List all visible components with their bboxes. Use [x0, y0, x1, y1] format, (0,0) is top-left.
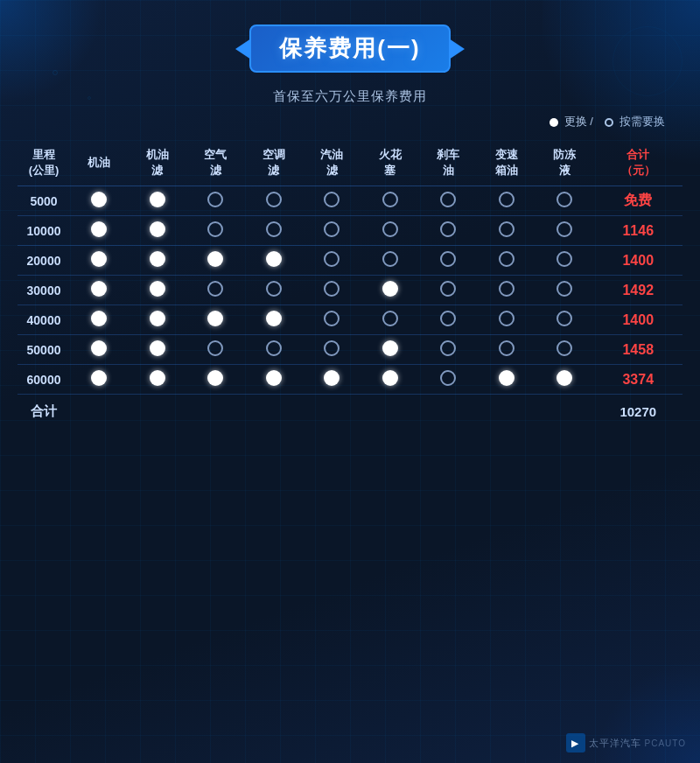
- header-total: 合计（元）: [594, 140, 683, 186]
- filled-dot-icon: [207, 370, 223, 386]
- cell-oil-filter: [129, 305, 187, 335]
- cell-fuel-filter: [303, 276, 361, 305]
- filled-dot-icon: [150, 221, 165, 237]
- cell-gearbox-oil: [478, 305, 536, 335]
- cell-antifreeze: [536, 186, 594, 216]
- subtotal-value: 10270: [594, 395, 683, 430]
- cell-oil-filter: [129, 186, 187, 216]
- empty-dot-icon: [324, 311, 340, 326]
- watermark-site-en: PCAUTO: [645, 738, 687, 748]
- empty-dot-icon: [382, 192, 398, 207]
- empty-dot-icon: [324, 221, 340, 237]
- empty-dot-icon: [266, 192, 282, 207]
- maintenance-table: 里程(公里) 机油 机油滤 空气滤 空调滤 汽油滤 火花塞 刹车油 变速箱油 防…: [18, 140, 682, 429]
- watermark: ▶ 太平洋汽车 PCAUTO: [566, 733, 687, 752]
- cell-oil-filter: [129, 365, 187, 395]
- cell-mileage: 10000: [18, 216, 70, 246]
- filled-dot-icon: [91, 311, 107, 326]
- cell-ac-filter: [245, 305, 304, 335]
- subtotal-empty-cell: [245, 395, 304, 430]
- filled-dot-icon: [150, 192, 165, 207]
- subtotal-empty-cell: [536, 395, 594, 430]
- cell-air-filter: [186, 365, 245, 395]
- header-fuel-filter: 汽油滤: [303, 140, 361, 186]
- subtotal-empty-cell: [186, 395, 245, 430]
- cell-brake-oil: [419, 186, 478, 216]
- cell-spark-plug: [361, 216, 420, 246]
- cell-brake-oil: [419, 335, 478, 365]
- cell-engine-oil: [70, 276, 129, 305]
- cell-engine-oil: [70, 365, 129, 395]
- filled-dot-icon: [150, 251, 165, 267]
- cell-fuel-filter: [303, 216, 361, 246]
- cell-total: 1400: [594, 246, 683, 276]
- filled-dot-icon: [556, 370, 572, 386]
- cell-fuel-filter: [303, 186, 361, 216]
- empty-dot-icon: [266, 340, 282, 356]
- cell-spark-plug: [361, 246, 420, 276]
- filled-dot-icon: [150, 281, 165, 297]
- watermark-logo: ▶: [566, 733, 585, 752]
- subtotal-empty-cell: [129, 395, 187, 430]
- table-row: 400001400: [18, 305, 682, 335]
- cell-antifreeze: [536, 335, 594, 365]
- cell-ac-filter: [245, 365, 304, 395]
- title-badge: 保养费用(一): [249, 24, 450, 73]
- table-row: 100001146: [18, 216, 682, 246]
- empty-dot-icon: [499, 311, 514, 326]
- subtitle-text: 首保至六万公里保养费用: [0, 88, 700, 105]
- empty-dot-icon: [207, 281, 223, 297]
- cell-fuel-filter: [303, 365, 361, 395]
- cell-fuel-filter: [303, 305, 361, 335]
- subtotal-empty-cell: [419, 395, 478, 430]
- subtotal-empty-cell: [478, 395, 536, 430]
- cell-gearbox-oil: [478, 216, 536, 246]
- empty-dot-icon: [324, 281, 340, 297]
- cell-air-filter: [186, 335, 245, 365]
- empty-dot-icon: [556, 221, 572, 237]
- filled-dot-icon: [266, 251, 282, 267]
- cell-fuel-filter: [303, 246, 361, 276]
- cell-engine-oil: [70, 305, 129, 335]
- cell-oil-filter: [129, 246, 187, 276]
- filled-dot-icon: [499, 370, 514, 386]
- cell-gearbox-oil: [478, 335, 536, 365]
- table-row: 500001458: [18, 335, 682, 365]
- cell-engine-oil: [70, 246, 129, 276]
- cell-antifreeze: [536, 276, 594, 305]
- cell-air-filter: [186, 305, 245, 335]
- filled-dot-icon: [91, 370, 107, 386]
- cell-total: 1458: [594, 335, 683, 365]
- cell-fuel-filter: [303, 335, 361, 365]
- cell-gearbox-oil: [478, 276, 536, 305]
- filled-dot-icon: [91, 340, 107, 356]
- filled-dot-icon: [266, 311, 282, 326]
- cell-oil-filter: [129, 335, 187, 365]
- empty-dot-icon: [440, 281, 456, 297]
- empty-dot-icon: [556, 192, 572, 207]
- filled-dot-icon: [324, 370, 340, 386]
- empty-dot-icon: [556, 311, 572, 326]
- subtotal-row: 合计10270: [18, 395, 682, 430]
- empty-dot-icon: [556, 340, 572, 356]
- empty-dot-icon: [499, 192, 514, 207]
- subtitle-area: 首保至六万公里保养费用: [0, 88, 700, 105]
- filled-dot-icon: [91, 221, 107, 237]
- empty-dot-icon: [440, 192, 456, 207]
- cell-ac-filter: [245, 335, 304, 365]
- filled-dot-icon: [91, 251, 107, 267]
- empty-dot-icon: [499, 340, 514, 356]
- empty-dot-icon: [324, 251, 340, 267]
- empty-dot-icon: [499, 221, 514, 237]
- cell-brake-oil: [419, 216, 478, 246]
- table-container: 里程(公里) 机油 机油滤 空气滤 空调滤 汽油滤 火花塞 刹车油 变速箱油 防…: [18, 140, 682, 429]
- header-antifreeze: 防冻液: [536, 140, 594, 186]
- table-header-row: 里程(公里) 机油 机油滤 空气滤 空调滤 汽油滤 火花塞 刹车油 变速箱油 防…: [18, 140, 682, 186]
- cell-gearbox-oil: [478, 186, 536, 216]
- header-oil-filter: 机油滤: [129, 140, 187, 186]
- cell-antifreeze: [536, 365, 594, 395]
- subtotal-empty-cell: [361, 395, 420, 430]
- header-spark-plug: 火花塞: [361, 140, 420, 186]
- cell-mileage: 5000: [18, 186, 70, 216]
- cell-antifreeze: [536, 305, 594, 335]
